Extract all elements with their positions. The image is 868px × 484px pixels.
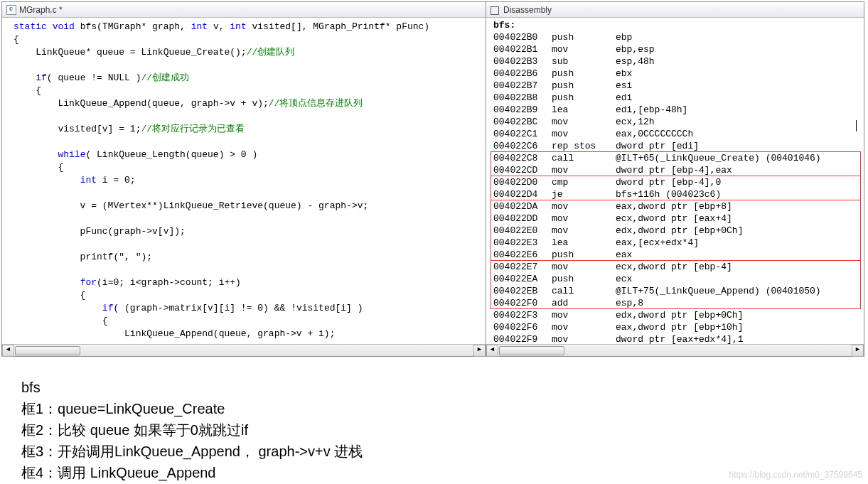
asm-operand: eax <box>616 249 632 261</box>
asm-row: 004022E0movedx,dword ptr [ebp+0Ch] <box>493 225 864 237</box>
line21: (i=0; i<graph->count; i++) <box>97 277 241 288</box>
asm-mnemonic: mov <box>552 116 616 128</box>
asm-mnemonic: lea <box>552 237 616 249</box>
scroll-left-icon[interactable]: ◄ <box>486 345 498 357</box>
asm-row: 004022E6pusheax <box>493 249 864 261</box>
asm-row: 004022F0addesp,8 <box>493 297 864 309</box>
asm-operand: esp,8 <box>616 297 643 309</box>
asm-address: 004022EA <box>493 273 552 285</box>
line5: ( queue != NULL ) <box>47 72 141 83</box>
scroll-left-icon[interactable]: ◄ <box>2 345 14 357</box>
disassembly-view[interactable]: bfs: 004022B0pushebp004022B1movebp,esp00… <box>486 18 864 344</box>
code-pane: MGraph.c * static void bfs(TMGraph* grap… <box>2 2 486 356</box>
disassembly-pane: Disassembly bfs: 004022B0pushebp004022B1… <box>486 2 864 356</box>
asm-row: 004022B8pushedi <box>493 92 864 104</box>
code-hscrollbar[interactable]: ◄ ► <box>2 344 486 356</box>
asm-address: 004022DA <box>493 200 552 213</box>
asm-tab[interactable]: Disassembly <box>486 2 864 18</box>
asm-row: 004022F6moveax,dword ptr [ebp+10h] <box>493 321 864 333</box>
code-tab[interactable]: MGraph.c * <box>2 2 486 18</box>
asm-operand: eax,[ecx+edx*4] <box>616 237 699 249</box>
asm-row: 004022B7pushesi <box>493 80 864 92</box>
code-tab-label: MGraph.c * <box>19 5 63 15</box>
asm-address: 004022E3 <box>493 237 552 249</box>
asm-mnemonic: call <box>552 152 616 164</box>
asm-address: 004022B3 <box>493 55 552 68</box>
watermark: https://blog.csdn.net/m0_37599645 <box>729 470 862 480</box>
asm-row: 004022EApushecx <box>493 273 864 285</box>
asm-operand: edx,dword ptr [ebp+0Ch] <box>616 225 743 237</box>
asm-address: 004022F0 <box>493 297 552 309</box>
asm-mnemonic: push <box>552 31 616 43</box>
asm-hscrollbar[interactable]: ◄ ► <box>486 344 864 356</box>
asm-address: 004022E7 <box>493 261 552 273</box>
kw-static: static <box>14 21 47 32</box>
note-line-1: bfs <box>21 377 363 398</box>
open-brace: { <box>14 34 19 45</box>
note-line-4: 框3：开始调用LinkQueue_Append， graph->v+v 进栈 <box>21 441 363 462</box>
kw-int1: int <box>191 21 208 32</box>
asm-mnemonic: push <box>552 92 616 104</box>
asm-address: 004022F6 <box>493 321 552 333</box>
asm-mnemonic: mov <box>552 225 616 237</box>
asm-mnemonic: mov <box>552 309 616 321</box>
asm-caret <box>856 120 857 131</box>
asm-address: 004022D0 <box>493 176 552 188</box>
asm-row: 004022C8call@ILT+65(_LinkQueue_Create) (… <box>493 152 864 164</box>
asm-address: 004022B7 <box>493 80 552 92</box>
note-line-5: 框4：调用 LinkQueue_Append <box>21 462 363 483</box>
scroll-right-icon[interactable]: ► <box>473 345 486 357</box>
asm-mnemonic: push <box>552 80 616 92</box>
line25: LinkQueue_Append(queue, graph->v + i); <box>14 328 335 339</box>
asm-operand: ebp <box>616 31 632 43</box>
code-editor[interactable]: static void bfs(TMGraph* graph, int v, i… <box>2 18 486 344</box>
line6: { <box>14 85 41 96</box>
asm-operand: eax,0CCCCCCCCh <box>616 128 693 140</box>
asm-address: 004022E6 <box>493 249 552 261</box>
asm-operand: dword ptr [ebp-4],eax <box>616 164 732 176</box>
asm-row: 004022C6rep stosdword ptr [edi] <box>493 140 864 152</box>
kw-int3: int <box>80 175 97 185</box>
asm-mnemonic: push <box>552 68 616 80</box>
asm-operand: esp,48h <box>616 55 655 68</box>
asm-row: 004022EBcall@ILT+75(_LinkQueue_Append) (… <box>493 285 864 297</box>
kw-if: if <box>36 72 47 83</box>
asm-row: 004022B3subesp,48h <box>493 55 864 68</box>
asm-mnemonic: lea <box>552 104 616 116</box>
asm-address: 004022B6 <box>493 68 552 80</box>
kw-void: void <box>53 21 75 32</box>
line24: { <box>14 316 108 326</box>
line13: i = 0; <box>97 175 136 185</box>
asm-operand: edi <box>616 92 632 104</box>
sig-part3: visited[], MGraph_Printf* pFunc) <box>247 21 429 32</box>
line22: { <box>14 290 85 301</box>
asm-row: 004022B1movebp,esp <box>493 43 864 55</box>
asm-row: 004022D4jebfs+116h (004023c6) <box>493 188 864 200</box>
asm-mnemonic: sub <box>552 55 616 68</box>
asm-row: 004022D0cmpdword ptr [ebp-4],0 <box>493 176 864 188</box>
asm-row: 004022F3movedx,dword ptr [ebp+0Ch] <box>493 309 864 321</box>
asm-address: 004022CD <box>493 164 552 176</box>
asm-operand: ebx <box>616 68 632 80</box>
line12: { <box>14 162 63 173</box>
asm-operand: dword ptr [edi] <box>616 140 699 152</box>
line9: visited[v] = 1; <box>14 124 141 134</box>
asm-mnemonic: cmp <box>552 176 616 188</box>
asm-row: 004022C1moveax,0CCCCCCCCh <box>493 128 864 140</box>
asm-operand: eax,dword ptr [ebp+8] <box>616 200 732 213</box>
line17: pFunc(graph->v[v]); <box>14 226 186 237</box>
scroll-right-icon[interactable]: ► <box>852 345 864 357</box>
kw-int2: int <box>230 21 246 32</box>
asm-mnemonic: mov <box>552 333 616 344</box>
asm-operand: ebp,esp <box>616 43 655 55</box>
line23: ( (graph->matrix[v][i] != 0) && !visited… <box>113 303 363 313</box>
line7: LinkQueue_Append(queue, graph->v + v); <box>14 98 269 109</box>
line5-cm: //创建成功 <box>141 72 189 83</box>
note-line-3: 框2：比较 queue 如果等于0就跳过if <box>21 419 363 441</box>
asm-row: 004022DAmoveax,dword ptr [ebp+8] <box>493 200 864 213</box>
asm-row: 004022BCmovecx,12h <box>493 116 864 128</box>
asm-row: 004022E3leaeax,[ecx+edx*4] <box>493 237 864 249</box>
asm-address: 004022D4 <box>493 188 552 200</box>
kw-for: for <box>80 277 97 288</box>
line9-cm: //将对应行记录为已查看 <box>141 124 245 134</box>
